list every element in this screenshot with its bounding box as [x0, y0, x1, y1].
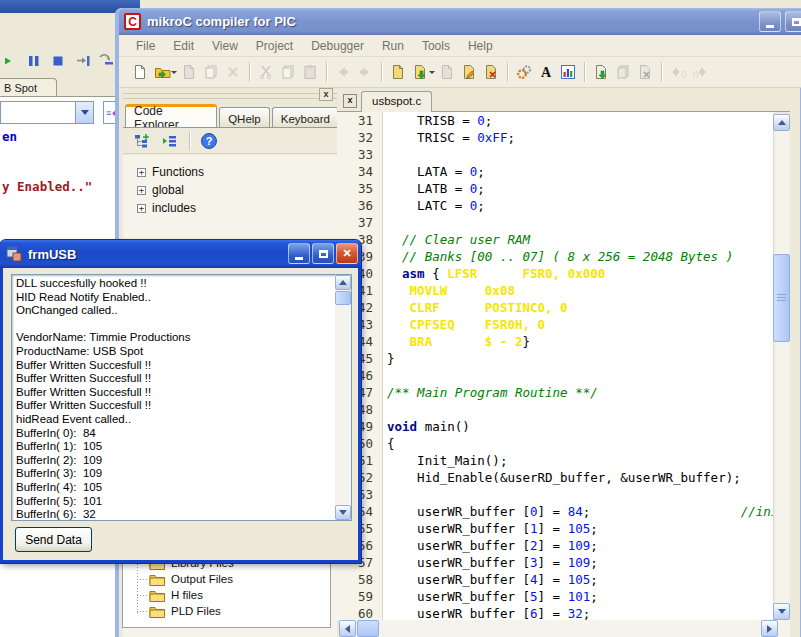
listbox-scrollbar[interactable] — [335, 275, 351, 520]
code-line[interactable]: 48 — [337, 401, 773, 418]
code-line[interactable]: 42 CLRF POSTINC0, 0 — [337, 299, 773, 316]
scroll-up-icon[interactable] — [773, 114, 790, 131]
maximize-button[interactable] — [785, 11, 801, 32]
vb-object-combobox[interactable] — [0, 101, 94, 124]
code-line[interactable]: 56 userWR_buffer [2] = 109; — [337, 537, 773, 554]
panel-close-icon[interactable]: x — [319, 88, 333, 101]
maximize-button[interactable] — [312, 243, 334, 264]
collapse-tree-icon[interactable] — [159, 130, 181, 152]
code-line[interactable]: 43 CPFSEQ FSR0H, 0 — [337, 316, 773, 333]
new-file-icon[interactable] — [129, 61, 151, 83]
project-item-h-files[interactable]: H files — [123, 587, 330, 603]
build-all-icon[interactable] — [590, 61, 612, 83]
code-line[interactable]: 33 — [337, 146, 773, 163]
save-project-icon[interactable] — [436, 61, 458, 83]
chevron-down-icon[interactable] — [75, 102, 93, 123]
hscroll-thumb[interactable] — [357, 620, 379, 637]
continue-icon[interactable] — [0, 50, 19, 72]
code-line[interactable]: 58 userWR_buffer [4] = 105; — [337, 571, 773, 588]
scroll-down-icon[interactable] — [773, 603, 790, 620]
code-line[interactable]: 53 — [337, 486, 773, 503]
code-line[interactable]: 55 userWR_buffer [1] = 105; — [337, 520, 773, 537]
close-icon[interactable]: ✕ — [336, 243, 358, 264]
vb-code-tab[interactable]: B Spot — [0, 78, 57, 97]
code-line[interactable]: 54 userWR_buffer [0] = 84; //init — [337, 503, 773, 520]
code-line[interactable]: 49void main() — [337, 418, 773, 435]
undo-icon[interactable] — [332, 61, 354, 83]
code-line[interactable]: 32 TRISC = 0xFF; — [337, 129, 773, 146]
menu-view[interactable]: View — [203, 36, 247, 56]
tab-code-explorer[interactable]: Code Explorer — [125, 104, 217, 127]
menu-run[interactable]: Run — [373, 36, 413, 56]
code-line[interactable]: 39 // Banks [00 .. 07] ( 8 x 256 = 2048 … — [337, 248, 773, 265]
close-project-icon[interactable] — [480, 61, 502, 83]
expand-icon[interactable]: + — [137, 168, 146, 177]
frmusb-titlebar[interactable]: frmUSB ✕ — [0, 240, 361, 268]
code-line[interactable]: 38 // Clear user RAM — [337, 231, 773, 248]
mikroc-titlebar[interactable]: C mikroC compiler for PIC — [119, 8, 801, 35]
expand-icon[interactable]: + — [137, 204, 146, 213]
tab-keyboard[interactable]: Keyboard — [272, 107, 339, 127]
code-line[interactable]: 37 — [337, 214, 773, 231]
paste-icon[interactable] — [299, 61, 321, 83]
step-into-icon[interactable] — [73, 50, 92, 72]
statistics-icon[interactable] — [557, 61, 579, 83]
listbox-thumb[interactable] — [335, 291, 351, 305]
next-procedure-icon[interactable]: () — [689, 61, 711, 83]
menu-edit[interactable]: Edit — [164, 36, 203, 56]
scroll-left-icon[interactable] — [339, 620, 356, 637]
panel-grip[interactable] — [123, 88, 337, 103]
send-data-button[interactable]: Send Data — [15, 527, 92, 552]
project-item-pld-files[interactable]: PLD Files — [123, 603, 330, 619]
code-line[interactable]: 44 BRA $ - 2} — [337, 333, 773, 350]
menu-debugger[interactable]: Debugger — [302, 36, 373, 56]
code-line[interactable]: 34 LATA = 0; — [337, 163, 773, 180]
stop-icon[interactable] — [48, 50, 67, 72]
build-program-icon[interactable] — [612, 61, 634, 83]
tree-item-includes[interactable]: +includes — [137, 199, 337, 217]
code-line[interactable]: 45} — [337, 350, 773, 367]
help-icon[interactable]: ? — [198, 130, 220, 152]
code-editor[interactable]: 31 TRISB = 0;32 TRISC = 0xFF;3334 LATA =… — [337, 112, 773, 620]
open-file-icon[interactable] — [151, 61, 173, 83]
code-line[interactable]: 60 userWR_buffer [6] = 32; — [337, 605, 773, 620]
usb-log-listbox[interactable]: DLL succesfully hooked !!HID Read Notify… — [11, 274, 352, 521]
code-line[interactable]: 36 LATC = 0; — [337, 197, 773, 214]
code-line[interactable]: 40 asm { LFSR FSR0, 0x000 — [337, 265, 773, 282]
menu-tools[interactable]: Tools — [413, 36, 459, 56]
prev-procedure-icon[interactable]: () — [667, 61, 689, 83]
fonts-icon[interactable]: A — [535, 61, 557, 83]
scroll-up-icon[interactable] — [335, 275, 351, 290]
build-icon[interactable] — [513, 61, 535, 83]
code-line[interactable]: 41 MOVLW 0x08 — [337, 282, 773, 299]
step-over-icon[interactable] — [97, 50, 116, 72]
menu-file[interactable]: File — [127, 36, 164, 56]
copy-icon[interactable] — [277, 61, 299, 83]
scroll-right-icon[interactable] — [761, 620, 778, 637]
vscroll-thumb[interactable] — [773, 254, 790, 342]
close-tab-icon[interactable]: x — [343, 94, 357, 108]
close-file-icon[interactable] — [222, 61, 244, 83]
code-line[interactable]: 57 userWR_buffer [3] = 109; — [337, 554, 773, 571]
redo-icon[interactable] — [354, 61, 376, 83]
code-line[interactable]: 47/** Main Program Routine **/ — [337, 384, 773, 401]
editor-vscrollbar[interactable] — [773, 114, 790, 620]
new-project-icon[interactable] — [387, 61, 409, 83]
scroll-down-icon[interactable] — [335, 505, 351, 520]
tree-item-global[interactable]: +global — [137, 181, 337, 199]
project-item-output-files[interactable]: Output Files — [123, 571, 330, 587]
code-line[interactable]: 35 LATB = 0; — [337, 180, 773, 197]
tab-qhelp[interactable]: QHelp — [219, 107, 270, 127]
minimize-button[interactable] — [759, 11, 781, 32]
code-line[interactable]: 52 Hid_Enable(&userRD_buffer, &userWR_bu… — [337, 469, 773, 486]
menu-help[interactable]: Help — [459, 36, 502, 56]
program-icon[interactable] — [634, 61, 656, 83]
code-line[interactable]: 46 — [337, 367, 773, 384]
pause-icon[interactable] — [24, 50, 43, 72]
edit-project-icon[interactable] — [458, 61, 480, 83]
expand-icon[interactable]: + — [137, 186, 146, 195]
open-project-icon[interactable] — [409, 61, 431, 83]
code-line[interactable]: 50{ — [337, 435, 773, 452]
menu-project[interactable]: Project — [247, 36, 302, 56]
code-line[interactable]: 31 TRISB = 0; — [337, 112, 773, 129]
